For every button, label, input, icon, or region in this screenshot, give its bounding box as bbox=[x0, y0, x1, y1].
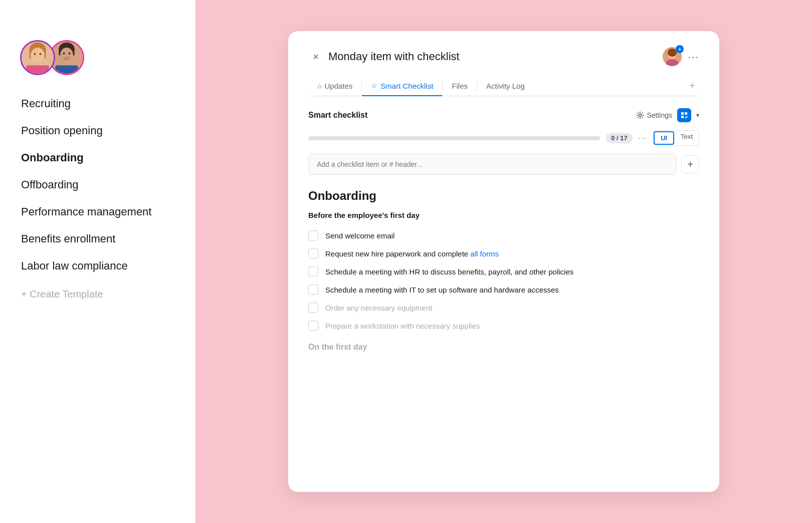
progress-bar-container: 0 / 17 ··· UI Text bbox=[308, 130, 699, 146]
tab-smart-checklist[interactable]: ☆ Smart Checklist bbox=[362, 77, 442, 96]
checklist-content: Onboarding Before the employee's first d… bbox=[308, 189, 699, 352]
settings-button[interactable]: Settings bbox=[636, 111, 672, 119]
svg-point-19 bbox=[639, 114, 642, 117]
avatars-container bbox=[0, 30, 195, 90]
modal-close-button[interactable]: × bbox=[308, 49, 323, 64]
avatar-1[interactable] bbox=[20, 40, 55, 75]
checkbox-1[interactable] bbox=[308, 230, 318, 240]
create-template-button[interactable]: + Create Template bbox=[0, 280, 195, 309]
sidebar-item-performance-management[interactable]: Performance management bbox=[15, 198, 180, 225]
checklist-item-1: Send welcome email bbox=[308, 226, 699, 244]
svg-rect-21 bbox=[685, 112, 687, 115]
gear-icon bbox=[636, 111, 644, 119]
all-forms-link[interactable]: all forms bbox=[470, 249, 499, 258]
progress-bar-track bbox=[308, 136, 600, 140]
tab-activity-log[interactable]: Activity Log bbox=[477, 77, 534, 96]
view-toggle: UI Text bbox=[653, 130, 699, 146]
svg-rect-6 bbox=[26, 66, 49, 74]
sidebar-item-position-opening[interactable]: Position opening bbox=[15, 117, 180, 144]
tab-add-button[interactable]: + bbox=[685, 76, 699, 96]
checkbox-3[interactable] bbox=[308, 267, 318, 277]
svg-point-11 bbox=[63, 52, 65, 55]
more-options-button[interactable]: ··· bbox=[688, 51, 699, 63]
modal-title: Monday item with checklist bbox=[328, 50, 460, 63]
checklist-item-5: Order any necessary equipment bbox=[308, 299, 699, 317]
svg-point-4 bbox=[34, 53, 36, 55]
main-area: × Monday item with checklist + ··· bbox=[195, 0, 812, 523]
checklist-item-text-3: Schedule a meeting with HR to discuss be… bbox=[325, 268, 573, 276]
checklist-item-text-1: Send welcome email bbox=[325, 231, 394, 240]
checklist-items-list: Send welcome email Request new hire pape… bbox=[308, 226, 699, 335]
settings-label: Settings bbox=[647, 111, 672, 119]
svg-point-12 bbox=[69, 52, 71, 55]
checklist-item-text-6: Prepare a workstation with necessary sup… bbox=[325, 322, 480, 330]
add-member-button[interactable]: + bbox=[663, 47, 682, 66]
checkbox-4[interactable] bbox=[308, 285, 318, 295]
checklist-item-3: Schedule a meeting with HR to discuss be… bbox=[308, 263, 699, 281]
svg-rect-14 bbox=[55, 66, 78, 74]
tab-updates[interactable]: ⌂ Updates bbox=[308, 77, 361, 96]
svg-rect-22 bbox=[681, 116, 684, 118]
checklist-section-title: Onboarding bbox=[308, 189, 699, 203]
view-ui-button[interactable]: UI bbox=[654, 131, 674, 145]
sidebar-item-labor-law-compliance[interactable]: Labor law compliance bbox=[15, 252, 180, 280]
checklist-item-4: Schedule a meeting with IT to set up sof… bbox=[308, 281, 699, 299]
add-checklist-row: + bbox=[308, 154, 699, 175]
smart-checklist-controls: Settings ▾ bbox=[636, 108, 699, 122]
sidebar-item-onboarding[interactable]: Onboarding bbox=[15, 144, 180, 171]
svg-point-3 bbox=[31, 48, 44, 63]
checklist-group-title: Before the employee's first day bbox=[308, 211, 699, 219]
nav-list: Recruiting Position opening Onboarding O… bbox=[0, 90, 195, 280]
chevron-down-icon[interactable]: ▾ bbox=[696, 112, 699, 119]
checkbox-6[interactable] bbox=[308, 321, 318, 331]
plus-badge: + bbox=[676, 45, 684, 53]
progress-more-button[interactable]: ··· bbox=[639, 134, 647, 143]
tab-files[interactable]: Files bbox=[443, 77, 477, 96]
checklist-item-6: Prepare a workstation with necessary sup… bbox=[308, 317, 699, 335]
checklist-app-icon[interactable] bbox=[677, 108, 691, 122]
home-icon: ⌂ bbox=[317, 82, 321, 90]
modal-header-left: × Monday item with checklist bbox=[308, 49, 460, 64]
smart-checklist-header: Smart checklist Settings bbox=[308, 108, 699, 122]
star-icon: ☆ bbox=[371, 82, 377, 90]
modal-header: × Monday item with checklist + ··· bbox=[308, 47, 699, 66]
sidebar: Recruiting Position opening Onboarding O… bbox=[0, 0, 195, 523]
checklist-item-text-4: Schedule a meeting with IT to set up sof… bbox=[325, 286, 559, 294]
modal-fade bbox=[288, 432, 719, 492]
svg-rect-20 bbox=[681, 112, 684, 115]
add-checklist-button[interactable]: + bbox=[681, 155, 699, 173]
tabs-bar: ⌂ Updates ☆ Smart Checklist Files Activi… bbox=[308, 76, 699, 96]
next-section-title: On the first day bbox=[308, 343, 699, 352]
checklist-item-text-5: Order any necessary equipment bbox=[325, 304, 432, 312]
checkbox-2[interactable] bbox=[308, 248, 318, 258]
svg-point-13 bbox=[63, 57, 71, 60]
progress-count: 0 / 17 bbox=[606, 133, 633, 143]
checkbox-5[interactable] bbox=[308, 303, 318, 313]
view-text-button[interactable]: Text bbox=[675, 131, 699, 145]
smart-checklist-title: Smart checklist bbox=[308, 111, 367, 120]
checklist-item-text-2: Request new hire paperwork and complete … bbox=[325, 249, 499, 258]
checklist-item-2: Request new hire paperwork and complete … bbox=[308, 244, 699, 263]
modal-card: × Monday item with checklist + ··· bbox=[288, 31, 719, 492]
sidebar-item-offboarding[interactable]: Offboarding bbox=[15, 171, 180, 198]
sidebar-item-recruiting[interactable]: Recruiting bbox=[15, 90, 180, 117]
modal-header-right: + ··· bbox=[663, 47, 699, 66]
check-icon bbox=[680, 111, 688, 119]
add-checklist-input[interactable] bbox=[308, 154, 676, 175]
sidebar-item-benefits-enrollment[interactable]: Benefits enrollment bbox=[15, 225, 180, 252]
svg-point-5 bbox=[40, 53, 42, 55]
